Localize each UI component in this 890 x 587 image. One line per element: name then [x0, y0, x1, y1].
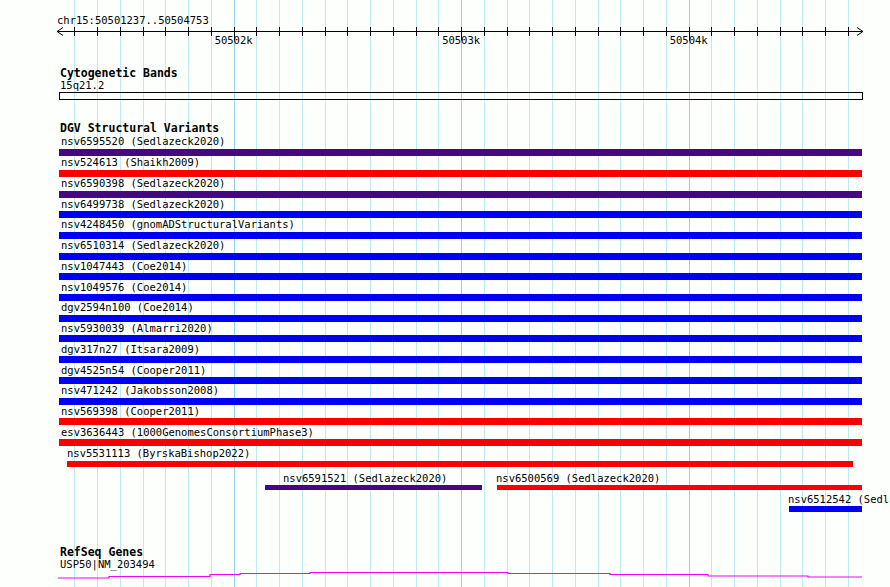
variant-label: nsv471242 (Jakobsson2008) [61, 385, 219, 396]
variant-label: nsv524613 (Shaikh2009) [61, 157, 200, 168]
variant-bar[interactable] [59, 439, 862, 446]
variant-label: esv3636443 (1000GenomesConsortiumPhase3) [61, 427, 314, 438]
variant-label: nsv569398 (Cooper2011) [61, 406, 200, 417]
variant-bar[interactable] [59, 315, 862, 322]
variant-label: nsv1047443 (Coe2014) [61, 261, 187, 272]
genome-browser-view: chr15:50501237..50504753 Cytogenetic Ban… [0, 0, 890, 587]
variant-bar[interactable] [67, 461, 853, 467]
variant-bar[interactable] [265, 485, 482, 490]
variant-label: nsv6500569 (Sedlazeck2020) [496, 473, 660, 484]
variant-bar[interactable] [59, 170, 862, 177]
variant-label: nsv6591521 (Sedlazeck2020) [283, 473, 447, 484]
track-title-refseq-genes: RefSeq Genes [60, 546, 143, 558]
track-title-dgv-structural-variants: DGV Structural Variants [60, 122, 219, 134]
variant-bar[interactable] [59, 149, 862, 156]
variant-label: nsv6590398 (Sedlazeck2020) [61, 178, 225, 189]
variant-bar[interactable] [59, 418, 862, 425]
variant-bar[interactable] [59, 356, 862, 363]
variant-label: nsv6499738 (Sedlazeck2020) [61, 199, 225, 210]
variant-label: nsv5930039 (Almarri2020) [61, 323, 213, 334]
variant-label: nsv6510314 (Sedlazeck2020) [61, 240, 225, 251]
variant-bar[interactable] [59, 191, 862, 198]
variant-bar[interactable] [789, 506, 862, 512]
variant-bar[interactable] [59, 294, 862, 301]
variant-label: nsv6595520 (Sedlazeck2020) [61, 136, 225, 147]
ruler-tick-label: 50503k [442, 35, 480, 46]
variant-bar[interactable] [59, 253, 862, 260]
variant-label: nsv5531113 (ByrskaBishop2022) [67, 448, 250, 459]
variant-bar[interactable] [59, 273, 862, 280]
track-title-cytogenetic-bands: Cytogenetic Bands [60, 67, 178, 79]
ruler-tick-label: 50502k [215, 35, 253, 46]
variant-bar[interactable] [497, 485, 862, 490]
variant-label: nsv4248450 (gnomADStructuralVariants) [61, 219, 295, 230]
region-label: chr15:50501237..50504753 [57, 15, 209, 26]
variant-label: dgv2594n100 (Coe2014) [61, 302, 194, 313]
variant-bar[interactable] [59, 211, 862, 218]
variant-bar[interactable] [59, 377, 862, 384]
variant-label: dgv4525n54 (Cooper2011) [61, 365, 206, 376]
variant-label: nsv6512542 (Sedla [788, 494, 890, 505]
variant-bar[interactable] [59, 232, 862, 239]
variant-label: dgv317n27 (Itsara2009) [61, 344, 200, 355]
gene-label: USP50|NM_203494 [60, 559, 155, 570]
variant-bar[interactable] [59, 335, 862, 342]
ruler-tick-label: 50504k [670, 35, 708, 46]
variant-label: nsv1049576 (Coe2014) [61, 282, 187, 293]
cytoband-label: 15q21.2 [60, 80, 104, 91]
gene-line[interactable] [58, 573, 862, 579]
variant-bar[interactable] [59, 398, 862, 405]
